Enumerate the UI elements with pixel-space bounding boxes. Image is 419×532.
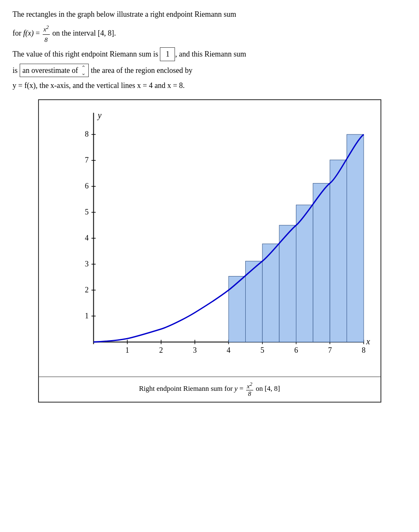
line3-pre: The value of this right endpoint Riemann… — [13, 50, 160, 58]
caption-pre: Right endpoint Riemann sum for — [139, 385, 234, 393]
y-tick-1: 1 — [85, 312, 88, 320]
line5: y = f(x), the x-axis, and the vertical l… — [13, 80, 406, 92]
select-arrows-icon: ⌃⌄ — [81, 65, 86, 76]
line3-post: , and this Riemann sum — [175, 50, 246, 58]
x-tick-7: 7 — [328, 346, 332, 354]
overestimate-select[interactable]: an overestimate of⌃⌄ — [20, 64, 89, 77]
y-tick-3: 3 — [85, 260, 88, 268]
fx-label: f(x) — [23, 29, 34, 37]
y-tick-8: 8 — [85, 130, 88, 138]
line4: is an overestimate of⌃⌄ the area of the … — [13, 64, 406, 77]
line2-post: on the interval [4, 8]. — [51, 29, 116, 37]
rect-5 — [296, 205, 313, 342]
line4-pre: is — [13, 66, 20, 75]
caption-frac: x28 — [246, 381, 253, 398]
x-axis-label: x — [365, 337, 370, 346]
y-tick-6: 6 — [85, 182, 88, 190]
line2: for f(x) = x28 on the interval [4, 8]. — [13, 23, 406, 45]
x-tick-8: 8 — [362, 346, 365, 354]
rect-8 — [347, 134, 363, 342]
numerator: x2 — [43, 23, 50, 35]
graph-container: y x 1 2 3 4 5 6 — [39, 100, 380, 377]
problem-text: The rectangles in the graph below illust… — [13, 8, 406, 92]
riemann-sum-value[interactable]: 1 — [160, 47, 175, 61]
x-tick-4: 4 — [226, 346, 230, 354]
graph-wrapper: y x 1 2 3 4 5 6 — [38, 99, 381, 403]
line3: The value of this right endpoint Riemann… — [13, 47, 406, 61]
x-tick-1: 1 — [125, 346, 129, 354]
y-axis-label: y — [97, 111, 102, 120]
line2-pre: for — [13, 29, 23, 37]
x-tick-5: 5 — [260, 346, 264, 354]
y-tick-5: 5 — [85, 208, 88, 216]
caption-den: 8 — [247, 390, 252, 398]
graph-inner: y x 1 2 3 4 5 6 — [68, 108, 372, 377]
line4-post: the area of the region enclosed by — [89, 66, 192, 75]
y-tick-4: 4 — [85, 234, 88, 242]
graph-caption: Right endpoint Riemann sum for y = x28 o… — [39, 377, 380, 402]
graph-svg: y x 1 2 3 4 5 6 — [68, 108, 372, 377]
rect-6 — [313, 183, 329, 342]
fraction: x28 — [43, 23, 50, 45]
select-value: an overestimate of — [23, 65, 78, 77]
line2-eq: = — [33, 29, 41, 37]
y-tick-2: 2 — [85, 286, 88, 294]
rect-7 — [330, 160, 347, 342]
line1: The rectangles in the graph below illust… — [13, 8, 406, 21]
rect-4 — [279, 225, 296, 342]
caption-num: x2 — [246, 381, 253, 390]
denominator: 8 — [44, 35, 49, 45]
caption-interval: on [4, 8] — [254, 385, 280, 393]
caption-eq: = — [238, 385, 245, 393]
x-tick-3: 3 — [193, 346, 196, 354]
caption-y: y — [234, 385, 238, 393]
x-tick-6: 6 — [294, 346, 298, 354]
y-tick-7: 7 — [85, 156, 88, 164]
rect-1 — [229, 276, 245, 342]
x-tick-2: 2 — [159, 346, 163, 354]
